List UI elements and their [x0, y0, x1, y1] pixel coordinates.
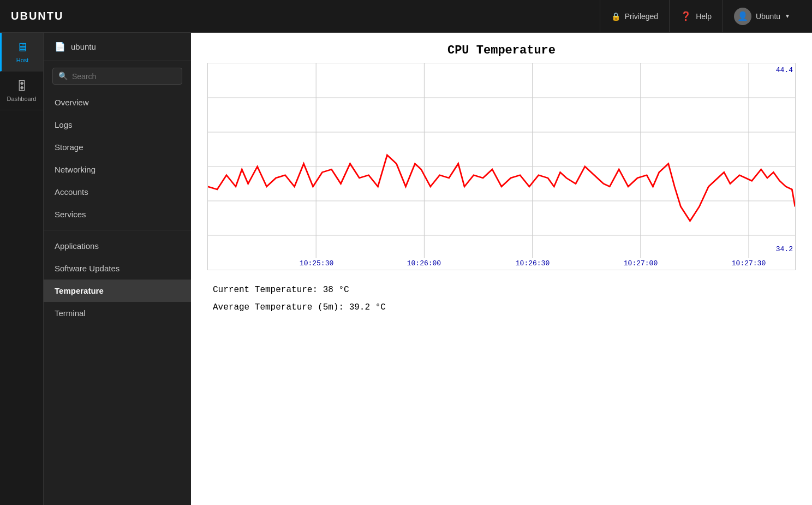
sidebar-item-services[interactable]: Services: [44, 203, 191, 225]
nav-divider: [44, 230, 191, 230]
x-label-5: 10:27:30: [732, 259, 766, 268]
sidebar-icons: 🖥 Host 🎛 Dashboard: [0, 33, 44, 505]
help-button[interactable]: ❓ Help: [669, 0, 723, 33]
help-circle-icon: ❓: [680, 11, 691, 21]
sidebar-item-temperature[interactable]: Temperature: [44, 280, 191, 302]
sidebar-item-storage[interactable]: Storage: [44, 136, 191, 158]
x-label-4: 10:27:00: [624, 259, 658, 268]
chart-title: CPU Temperature: [207, 44, 796, 57]
sidebar-item-logs[interactable]: Logs: [44, 114, 191, 136]
sidebar-item-overview[interactable]: Overview: [44, 91, 191, 114]
search-input[interactable]: [72, 72, 176, 81]
search-icon: 🔍: [58, 72, 68, 81]
sidebar-item-applications[interactable]: Applications: [44, 235, 191, 257]
sidebar-nav: 📄 ubuntu 🔍 Overview Logs Storage Network…: [44, 33, 191, 505]
host-icon: 🖥: [16, 40, 28, 55]
avatar: 👤: [734, 8, 751, 25]
sidebar-icon-dashboard-label: Dashboard: [7, 96, 37, 102]
privileged-label: Privileged: [625, 12, 658, 21]
search-box[interactable]: 🔍: [52, 68, 182, 85]
sidebar-item-terminal[interactable]: Terminal: [44, 302, 191, 324]
host-file-icon: 📄: [55, 41, 65, 52]
sidebar-item-accounts[interactable]: Accounts: [44, 181, 191, 203]
main-layout: 🖥 Host 🎛 Dashboard 📄 ubuntu 🔍 Overview L…: [0, 33, 812, 505]
current-temp: Current Temperature: 38 °C: [213, 281, 796, 299]
sidebar-host-name: ubuntu: [71, 42, 96, 51]
x-label-3: 10:26:30: [516, 259, 550, 268]
topbar-right: 🔒 Privileged ❓ Help 👤 Ubuntu ▼: [600, 0, 801, 33]
app-brand: UBUNTU: [11, 10, 63, 22]
content-area: CPU Temperature 44.4: [191, 33, 812, 505]
sidebar-item-networking[interactable]: Networking: [44, 158, 191, 181]
sidebar-icon-dashboard[interactable]: 🎛 Dashboard: [0, 72, 43, 110]
y-label-min: 34.2: [776, 245, 793, 253]
help-label: Help: [696, 12, 712, 21]
chevron-down-icon: ▼: [785, 13, 790, 19]
chart-svg: [208, 63, 795, 270]
dashboard-icon: 🎛: [16, 79, 28, 93]
cpu-temperature-chart: 44.4 34.2 10:25:30 10:26:00 10:26:30 10:…: [207, 63, 796, 270]
lock-icon: 🔒: [611, 12, 620, 21]
sidebar-item-software-updates[interactable]: Software Updates: [44, 257, 191, 280]
topbar: UBUNTU 🔒 Privileged ❓ Help 👤 Ubuntu ▼: [0, 0, 812, 33]
user-menu[interactable]: 👤 Ubuntu ▼: [723, 0, 801, 33]
user-label: Ubuntu: [756, 12, 780, 21]
y-label-max: 44.4: [776, 66, 793, 74]
sidebar-icon-host[interactable]: 🖥 Host: [0, 33, 43, 72]
x-label-2: 10:26:00: [407, 259, 441, 268]
avg-temp: Average Temperature (5m): 39.2 °C: [213, 299, 796, 316]
x-label-1: 10:25:30: [300, 259, 333, 268]
sidebar-icon-host-label: Host: [16, 57, 29, 63]
temperature-info: Current Temperature: 38 °C Average Tempe…: [207, 281, 796, 316]
sidebar-host: 📄 ubuntu: [44, 33, 191, 61]
privileged-button[interactable]: 🔒 Privileged: [600, 0, 669, 33]
